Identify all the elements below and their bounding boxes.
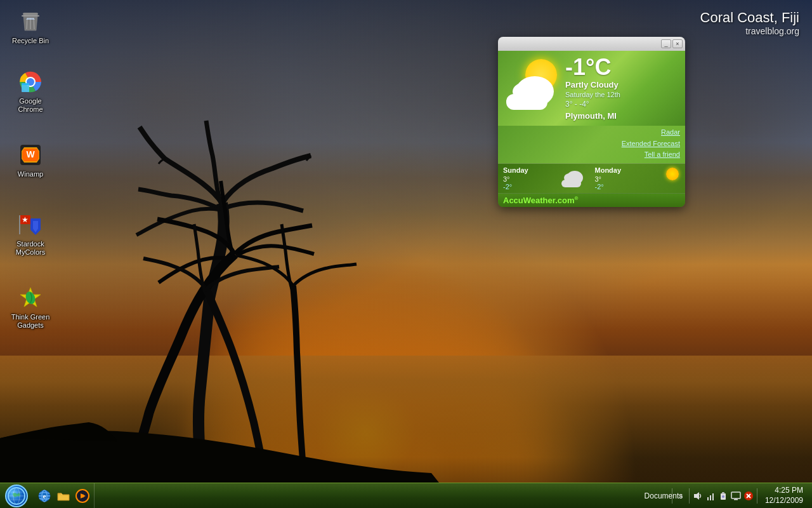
weather-location: Plymouth, MI: [565, 111, 680, 121]
quicklaunch-folder[interactable]: [55, 487, 72, 505]
quicklaunch-ie[interactable]: e: [36, 487, 53, 505]
weather-temperature: -1°C: [565, 56, 680, 79]
accuweather-logo: AccuWeather.com®: [503, 196, 578, 205]
forecast-cloud-icon-sun: [560, 175, 582, 187]
winamp-label: Winamp: [18, 170, 43, 178]
clock-date: 12/12/2009: [765, 496, 803, 506]
svg-point-32: [81, 494, 84, 498]
recycle-bin-icon: [18, 9, 43, 34]
forecast-sun-icon-mon: [666, 168, 679, 180]
svg-marker-33: [694, 492, 699, 500]
weather-widget: _ × -1°C Partly Cloudy Saturday the 12th…: [498, 37, 685, 207]
stardock-icon: ★: [18, 212, 43, 237]
taskbar-clock[interactable]: 4:25 PM 12/12/2009: [760, 486, 808, 505]
recycle-bin-label: Recycle Bin: [12, 37, 49, 45]
tray-network-icon[interactable]: [705, 490, 716, 502]
quicklaunch-media-player[interactable]: [74, 487, 91, 505]
tray-security-icon[interactable]: [743, 490, 754, 502]
tray-display-icon[interactable]: [730, 490, 742, 502]
forecast-sunday-low: -2°: [503, 183, 560, 190]
weather-cloud-icon: [503, 81, 551, 110]
desktop-icon-stardock[interactable]: ★ StardockMyColors: [5, 210, 56, 259]
svg-text:e: e: [43, 492, 46, 500]
quick-launch-bar: e: [33, 483, 95, 508]
tray-divider-1: [672, 488, 672, 504]
think-green-icon: [18, 285, 43, 311]
tray-chevron[interactable]: »: [675, 490, 686, 502]
tray-divider-2: [689, 488, 690, 504]
weather-footer: AccuWeather.com®: [498, 193, 685, 207]
desktop-icon-winamp[interactable]: W Winamp: [5, 140, 56, 181]
forecast-sunday: Sunday 3° -2°: [503, 166, 560, 190]
widget-titlebar: _ ×: [498, 37, 685, 51]
widget-minimize-button[interactable]: _: [661, 39, 671, 48]
tray-divider-3: [757, 488, 757, 504]
svg-rect-35: [710, 495, 711, 500]
svg-text:★: ★: [22, 215, 29, 224]
clock-time: 4:25 PM: [765, 486, 803, 496]
accu-registered: ®: [574, 196, 578, 201]
desktop-icon-think-green[interactable]: Think GreenGadgets: [5, 283, 56, 332]
weather-icon-area: [503, 56, 560, 113]
think-green-label: Think GreenGadgets: [11, 313, 50, 330]
tray-documents-label: Documents: [658, 490, 669, 502]
tray-volume-icon[interactable]: [692, 490, 704, 502]
stardock-label: StardockMyColors: [16, 240, 45, 257]
svg-text:W: W: [26, 149, 35, 159]
taskbar-center: [97, 483, 654, 508]
extended-forecast-link[interactable]: Extended Forecast: [622, 138, 680, 150]
forecast-monday-icon: [652, 166, 680, 189]
website-name: travelblog.org: [700, 26, 799, 36]
system-tray: Documents »: [654, 483, 812, 508]
svg-rect-38: [722, 492, 724, 494]
desktop-icon-recycle-bin[interactable]: Recycle Bin: [5, 6, 56, 48]
forecast-sunday-name: Sunday: [503, 166, 560, 174]
forecast-monday-high: 3°: [595, 175, 652, 183]
svg-rect-1: [22, 15, 39, 17]
weather-date: Saturday the 12th: [565, 91, 680, 98]
forecast-sunday-high: 3°: [503, 175, 560, 183]
location-display: Coral Coast, Fiji travelblog.org: [700, 10, 799, 36]
weather-info: -1°C Partly Cloudy Saturday the 12th 3° …: [565, 56, 680, 121]
svg-rect-9: [22, 83, 29, 85]
forecast-monday-low: -2°: [595, 183, 652, 190]
tray-safely-remove-icon[interactable]: [717, 490, 729, 502]
chrome-label: GoogleChrome: [18, 97, 43, 114]
weather-temp-range: 3° - -4°: [565, 100, 680, 109]
svg-rect-40: [731, 492, 740, 498]
widget-close-button[interactable]: ×: [672, 39, 683, 48]
svg-rect-34: [707, 497, 709, 500]
weather-condition: Partly Cloudy: [565, 80, 680, 90]
chrome-icon: [18, 69, 43, 95]
accu-brand-text: AccuWeather: [503, 196, 555, 205]
weather-main-section: -1°C Partly Cloudy Saturday the 12th 3° …: [498, 51, 685, 126]
forecast-monday-name: Monday: [595, 166, 652, 174]
accu-brand-suffix: .com: [555, 196, 574, 205]
city-name: Coral Coast, Fiji: [700, 10, 799, 26]
svg-rect-36: [712, 493, 714, 500]
svg-rect-0: [23, 13, 38, 15]
forecast-monday: Monday 3° -2°: [595, 166, 652, 190]
tell-a-friend-link[interactable]: Tell a friend: [645, 149, 680, 161]
radar-link[interactable]: Radar: [661, 127, 680, 138]
desktop-icon-chrome[interactable]: GoogleChrome: [5, 67, 56, 116]
taskbar: e Documents »: [0, 483, 812, 508]
svg-rect-15: [19, 215, 20, 234]
svg-point-39: [722, 495, 724, 498]
start-button[interactable]: [0, 483, 33, 509]
start-globe-icon[interactable]: [5, 485, 28, 507]
forecast-sunday-icon: [560, 166, 589, 189]
water-reflection: [0, 356, 812, 483]
svg-rect-41: [734, 499, 738, 500]
weather-links-section: Radar Extended Forecast Tell a friend: [498, 126, 685, 163]
winamp-icon: W: [18, 142, 43, 168]
weather-forecast-section: Sunday 3° -2° Monday 3° -2°: [498, 163, 685, 193]
